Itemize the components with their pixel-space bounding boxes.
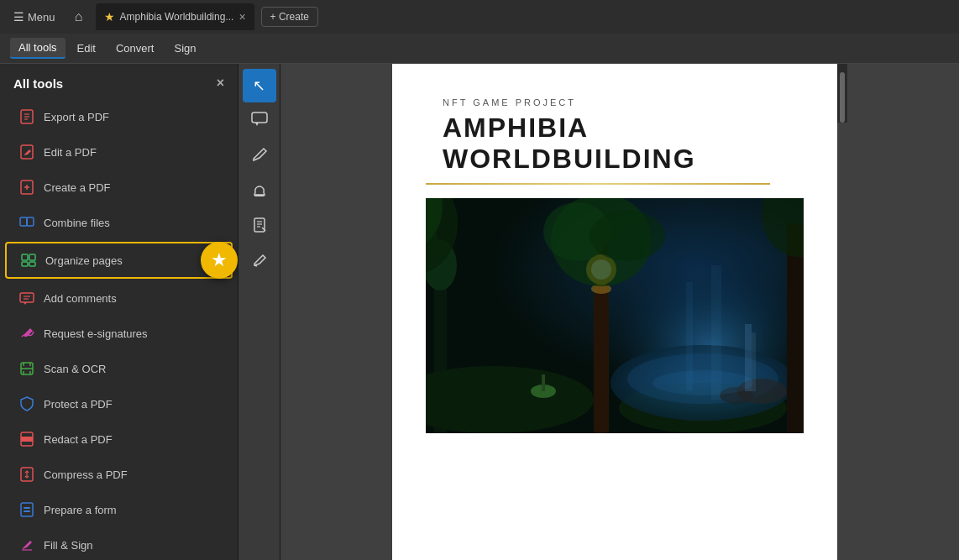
gold-divider [426,183,770,185]
pdf-title: AMPHIBIA WORLDBUILDING [443,113,804,175]
content-area: NFT GAME PROJECT AMPHIBIA WORLDBUILDING [280,64,959,560]
svg-rect-9 [27,217,34,226]
svg-rect-12 [29,254,35,260]
menu-button[interactable]: ☰ Menu [7,7,62,27]
sidebar-item-create[interactable]: Create a PDF [5,170,233,204]
create-pdf-label: Create a PDF [44,181,110,194]
home-button[interactable]: ⌂ [66,3,92,30]
pdf-content: NFT GAME PROJECT AMPHIBIA WORLDBUILDING [426,97,804,433]
form-label: Prepare a form [44,504,117,516]
menu-item-all-tools[interactable]: All tools [10,38,66,59]
scrollbar-thumb[interactable] [840,72,845,123]
top-bar: ☰ Menu ⌂ ★ Amphibia Worldbuilding... × +… [0,0,959,34]
comments-label: Add comments [44,292,117,305]
star-badge: ★ [201,242,238,279]
current-tab[interactable]: ★ Amphibia Worldbuilding... × [96,3,254,30]
sidebar-item-scan[interactable]: Scan & OCR [5,352,233,385]
svg-rect-34 [254,218,265,232]
highlight-tool-icon [250,251,269,274]
esignatures-icon [18,325,35,342]
fill-sign-icon [18,536,35,553]
svg-rect-15 [20,293,34,302]
pdf-subtitle: NFT GAME PROJECT [443,97,804,107]
pdf-image [426,198,804,433]
text-select-tool-icon [250,216,269,238]
sidebar-item-edit[interactable]: Edit a PDF [5,135,233,169]
create-pdf-icon [18,179,35,196]
tab-label: Amphibia Worldbuilding... [120,11,234,23]
scan-label: Scan & OCR [44,363,106,375]
svg-rect-33 [254,195,265,196]
tool-panel: ↖ [238,64,280,560]
organize-label: Organize pages [45,254,123,267]
esignatures-label: Request e-signatures [44,327,148,340]
svg-rect-69 [426,198,804,433]
svg-rect-24 [21,437,33,442]
menu-item-sign[interactable]: Sign [165,39,204,58]
organize-icon [20,252,37,269]
sidebar-item-fill-sign[interactable]: Fill & Sign [5,528,233,560]
menu-item-edit[interactable]: Edit [69,39,104,58]
home-icon: ⌂ [75,9,83,24]
sidebar-item-organize[interactable]: Organize pages ★ [5,242,233,279]
sidebar-close-button[interactable]: × [217,76,224,91]
protect-icon [18,395,35,412]
svg-rect-29 [24,507,30,509]
main-layout: All tools × Export a PDF Edit a PDF Crea… [0,64,959,560]
draw-tool-button[interactable] [243,139,276,173]
create-label: + Create [270,11,309,23]
redact-icon [18,431,35,447]
menu-label: Menu [28,11,55,24]
sidebar-item-combine[interactable]: Combine files [5,206,233,239]
comments-icon [18,290,35,306]
hamburger-icon: ☰ [13,10,24,24]
compress-icon [18,466,35,483]
tab-close-button[interactable]: × [238,10,245,24]
comment-tool-button[interactable] [243,104,276,138]
edit-icon [18,144,35,160]
form-icon [18,501,35,518]
protect-label: Protect a PDF [44,398,113,411]
sidebar-item-redact[interactable]: Redact a PDF [5,422,233,456]
menu-item-convert[interactable]: Convert [107,39,163,58]
menu-bar: All tools Edit Convert Sign [0,34,959,64]
sidebar-item-compress[interactable]: Compress a PDF [5,458,233,491]
sidebar-item-form[interactable]: Prepare a form [5,493,233,526]
svg-rect-8 [20,217,27,226]
svg-rect-13 [22,262,28,266]
comment-tool-icon [250,110,269,133]
sidebar-item-export[interactable]: Export a PDF [5,100,233,133]
svg-rect-28 [21,503,33,516]
text-select-tool-button[interactable] [243,210,276,243]
export-label: Export a PDF [44,111,109,123]
combine-label: Combine files [44,217,110,229]
svg-rect-11 [22,254,28,260]
highlight-tool-button[interactable] [243,245,276,279]
svg-rect-30 [24,510,30,512]
scrollbar[interactable] [837,64,847,123]
sidebar: All tools × Export a PDF Edit a PDF Crea… [0,64,238,560]
export-icon [18,108,35,125]
sidebar-item-protect[interactable]: Protect a PDF [5,387,233,421]
sidebar-item-comments[interactable]: Add comments [5,281,233,315]
star-icon: ★ [211,249,228,271]
stamp-tool-icon [250,181,269,203]
svg-rect-32 [252,113,267,123]
sidebar-header: All tools × [0,64,238,99]
stamp-tool-button[interactable] [243,175,276,208]
fill-sign-label: Fill & Sign [44,539,93,552]
sidebar-item-esignatures[interactable]: Request e-signatures [5,317,233,350]
tab-star-icon: ★ [104,10,115,24]
combine-icon [18,214,35,231]
select-tool-button[interactable]: ↖ [243,69,276,102]
create-button[interactable]: + Create [261,7,318,27]
sidebar-title: All tools [13,76,63,91]
select-tool-icon: ↖ [253,76,265,95]
redact-label: Redact a PDF [44,433,113,446]
draw-tool-icon [250,145,269,168]
pdf-page: NFT GAME PROJECT AMPHIBIA WORLDBUILDING [392,64,837,560]
compress-label: Compress a PDF [44,468,128,481]
scan-icon [18,360,35,377]
svg-rect-14 [29,262,35,266]
edit-label: Edit a PDF [44,146,97,159]
